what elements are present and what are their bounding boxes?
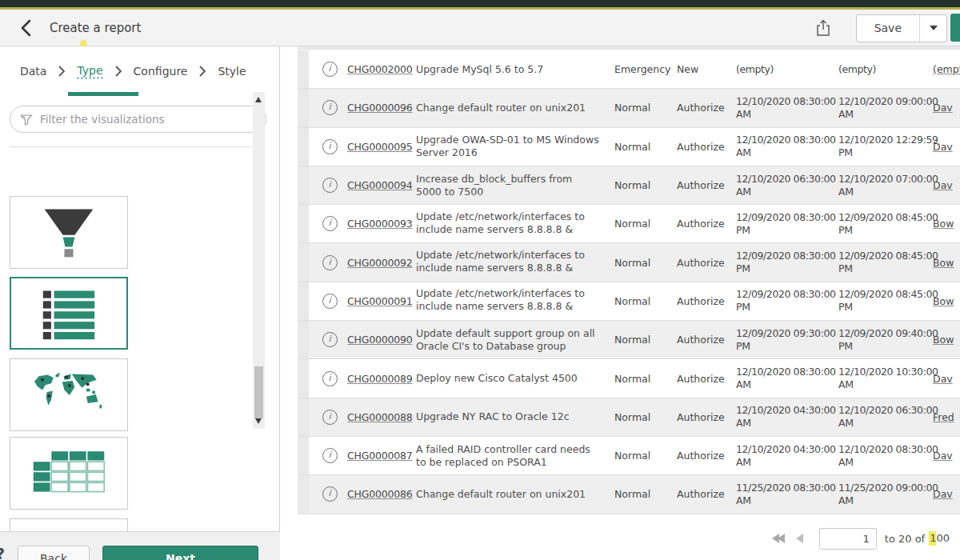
table-row[interactable]: i CHG0000086 Change default router on un…	[298, 475, 960, 514]
viz-thumbnail-list[interactable]	[10, 277, 128, 350]
start-date-cell: 12/09/2020 08:30:00 PM	[728, 288, 830, 314]
short-description-cell: Change default router on unix201	[416, 102, 608, 114]
viz-list-scrollbar[interactable]	[253, 92, 265, 429]
table-row[interactable]: i CHG0000092 Update /etc/network/interfa…	[298, 243, 960, 282]
change-number-link[interactable]: CHG0000086	[347, 488, 416, 500]
assigned-to-link[interactable]: Bow	[933, 218, 960, 230]
assigned-to-link[interactable]: (empty)	[933, 63, 960, 75]
assigned-to-link[interactable]: Bow	[933, 295, 960, 307]
report-preview-area: i CHG0002000 Upgrade MySql 5.6 to 5.7 Em…	[280, 46, 960, 560]
table-row[interactable]: i CHG0000091 Update /etc/network/interfa…	[298, 282, 960, 321]
state-cell: Authorize	[670, 450, 728, 462]
step-configure[interactable]: Configure	[134, 65, 188, 78]
start-date-cell: 12/10/2020 06:30:00 AM	[728, 173, 830, 198]
info-cell: i	[312, 486, 347, 502]
info-cell: i	[312, 139, 347, 154]
change-number-link[interactable]: CHG0000092	[347, 257, 416, 269]
table-row[interactable]: i CHG0000087 A failed RAID controller ca…	[298, 437, 960, 475]
funnel-chart-icon	[32, 205, 106, 261]
info-icon[interactable]: i	[322, 62, 338, 77]
change-number-link[interactable]: CHG0002000	[347, 63, 416, 75]
save-dropdown-button[interactable]	[919, 15, 946, 42]
info-icon[interactable]: i	[322, 255, 338, 270]
active-step-indicator	[68, 92, 138, 96]
step-data[interactable]: Data	[20, 65, 46, 78]
table-row[interactable]: i CHG0000089 Deploy new Cisco Catalyst 4…	[298, 359, 960, 398]
back-arrow-button[interactable]	[16, 17, 38, 39]
share-icon[interactable]	[811, 16, 835, 40]
clipped-column-sliver	[298, 398, 309, 436]
viz-thumbnail-world-map[interactable]	[10, 358, 128, 431]
info-icon[interactable]: i	[322, 100, 338, 115]
assigned-to-link[interactable]: Dav	[933, 102, 960, 114]
save-button[interactable]: Save	[857, 15, 919, 42]
info-icon[interactable]: i	[322, 448, 338, 463]
end-date-cell: 12/10/2020 10:30:00 AM	[830, 366, 933, 391]
info-icon[interactable]: i	[322, 486, 338, 502]
banner-stripe	[0, 0, 960, 7]
assigned-to-link[interactable]: Dav	[933, 450, 960, 462]
viz-thumbnail-heatmap-table[interactable]	[10, 437, 128, 510]
next-button[interactable]: Next	[102, 546, 258, 560]
state-cell: New	[670, 63, 728, 75]
assigned-to-link[interactable]: Dav	[933, 373, 960, 385]
step-type[interactable]: Type	[77, 64, 102, 78]
assigned-to-link[interactable]: Dav	[933, 141, 960, 153]
change-number-link[interactable]: CHG0000089	[347, 373, 416, 385]
assigned-to-link[interactable]: Bow	[933, 334, 960, 346]
assigned-to-link[interactable]: Bow	[933, 257, 960, 269]
filter-visualizations-input[interactable]	[40, 113, 266, 126]
info-cell: i	[312, 448, 347, 463]
assigned-to-link[interactable]: Dav	[933, 179, 960, 191]
change-number-link[interactable]: CHG0000095	[347, 141, 416, 153]
previous-page-button[interactable]	[796, 534, 803, 543]
info-icon[interactable]: i	[322, 139, 338, 154]
short-description-cell: A failed RAID controller card needs to b…	[416, 443, 608, 469]
info-icon[interactable]: i	[322, 371, 338, 386]
chevron-right-icon	[198, 65, 206, 78]
table-row[interactable]: i CHG0000088 Upgrade NY RAC to Oracle 12…	[298, 398, 960, 437]
change-number-link[interactable]: CHG0000090	[347, 334, 416, 346]
scroll-down-icon[interactable]	[255, 418, 262, 424]
assigned-to-link[interactable]: Dav	[933, 488, 960, 500]
viz-thumbnail-pyramid[interactable]	[10, 518, 128, 531]
table-row[interactable]: i CHG0002000 Upgrade MySql 5.6 to 5.7 Em…	[298, 50, 960, 89]
info-cell: i	[312, 178, 347, 193]
change-number-link[interactable]: CHG0000091	[347, 295, 416, 307]
priority-cell: Normal	[608, 102, 670, 114]
first-page-button[interactable]	[772, 534, 785, 543]
table-row[interactable]: i CHG0000090 Update default support grou…	[298, 321, 960, 359]
priority-cell: Normal	[608, 450, 670, 462]
info-icon[interactable]: i	[322, 216, 338, 231]
clipped-column-sliver	[298, 205, 309, 242]
assigned-to-link[interactable]: Fred	[933, 411, 960, 423]
viz-thumbnail-funnel[interactable]	[10, 196, 128, 269]
help-icon[interactable]: ?	[0, 545, 5, 560]
change-number-link[interactable]: CHG0000096	[347, 102, 416, 114]
clipped-primary-button[interactable]	[950, 14, 960, 42]
end-date-cell: 12/09/2020 08:45:00 PM	[830, 288, 933, 314]
table-row[interactable]: i CHG0000096 Change default router on un…	[298, 89, 960, 127]
priority-cell: Normal	[608, 179, 670, 191]
table-row[interactable]: i CHG0000094 Increase db_block_buffers f…	[298, 166, 960, 205]
info-icon[interactable]: i	[322, 410, 338, 425]
change-number-link[interactable]: CHG0000088	[347, 411, 416, 423]
change-number-link[interactable]: CHG0000087	[347, 450, 416, 462]
table-row[interactable]: i CHG0000093 Update /etc/network/interfa…	[298, 205, 960, 243]
table-row[interactable]: i CHG0000095 Upgrade OWA-SD-01 to MS Win…	[298, 128, 960, 166]
priority-cell: Normal	[608, 334, 670, 346]
state-cell: Authorize	[670, 411, 728, 423]
step-style[interactable]: Style	[218, 65, 246, 78]
change-number-link[interactable]: CHG0000093	[347, 218, 416, 230]
scroll-up-icon[interactable]	[255, 97, 262, 102]
info-icon[interactable]: i	[322, 178, 338, 193]
change-number-link[interactable]: CHG0000094	[347, 179, 416, 191]
start-date-cell: 11/25/2020 08:30:00 AM	[728, 482, 830, 507]
clipped-column-sliver	[298, 359, 309, 397]
back-button[interactable]: Back	[18, 546, 90, 560]
info-icon[interactable]: i	[322, 332, 338, 347]
scrollbar-thumb[interactable]	[254, 366, 263, 418]
page-number-input[interactable]	[819, 528, 877, 550]
info-cell: i	[312, 255, 347, 270]
info-icon[interactable]: i	[322, 294, 338, 309]
